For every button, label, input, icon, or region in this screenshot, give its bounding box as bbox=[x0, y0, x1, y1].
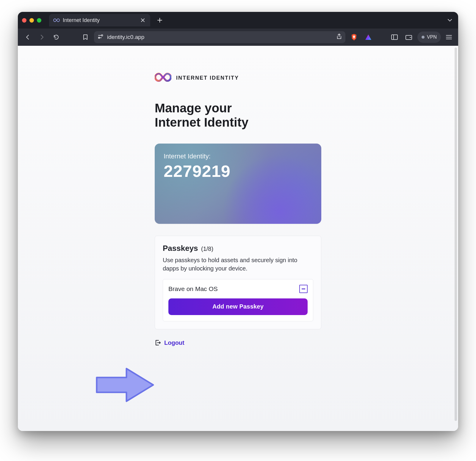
address-bar-host: identity.ic0.app bbox=[107, 34, 333, 40]
forward-button[interactable] bbox=[36, 32, 48, 43]
close-window-button[interactable] bbox=[22, 18, 26, 23]
brand-header: INTERNET IDENTITY bbox=[155, 73, 321, 83]
site-settings-icon[interactable] bbox=[98, 34, 104, 40]
tab-title: Internet Identity bbox=[63, 17, 137, 23]
logout-link[interactable]: Logout bbox=[155, 339, 321, 346]
macos-window-controls bbox=[22, 18, 41, 23]
brave-rewards-icon[interactable] bbox=[363, 32, 374, 43]
brave-shields-icon[interactable] bbox=[348, 32, 360, 43]
page-viewport: INTERNET IDENTITY Manage your Internet I… bbox=[18, 46, 458, 431]
brand-text: INTERNET IDENTITY bbox=[176, 75, 239, 81]
passkeys-panel: Passkeys (1/8) Use passkeys to hold asse… bbox=[155, 236, 321, 329]
svg-point-0 bbox=[101, 35, 103, 36]
passkeys-list: Brave on Mac OS Add new Passkey bbox=[163, 279, 313, 321]
passkey-options-button[interactable] bbox=[299, 285, 308, 293]
sidebar-toggle-icon[interactable] bbox=[389, 32, 400, 43]
svg-rect-2 bbox=[392, 35, 397, 40]
kebab-dot-icon bbox=[304, 288, 305, 289]
reload-button[interactable] bbox=[51, 32, 62, 43]
tab-overflow-button[interactable] bbox=[446, 16, 454, 24]
minimize-window-button[interactable] bbox=[29, 18, 34, 23]
add-passkey-button[interactable]: Add new Passkey bbox=[168, 298, 308, 315]
new-tab-button[interactable] bbox=[155, 15, 165, 25]
share-icon[interactable] bbox=[336, 34, 342, 41]
passkeys-title: Passkeys bbox=[163, 244, 198, 253]
close-tab-button[interactable] bbox=[140, 17, 146, 23]
bookmark-button[interactable] bbox=[80, 32, 91, 43]
browser-toolbar: identity.ic0.app bbox=[18, 29, 458, 46]
identity-card: Internet Identity: 2279219 bbox=[155, 144, 321, 224]
logout-label: Logout bbox=[164, 339, 184, 346]
heading-line-1: Manage your bbox=[155, 101, 232, 115]
vpn-status-button[interactable]: VPN bbox=[417, 32, 441, 43]
address-bar[interactable]: identity.ic0.app bbox=[94, 31, 345, 43]
infinity-logo-icon bbox=[155, 73, 171, 83]
scrollbar[interactable] bbox=[455, 48, 457, 421]
page-content: INTERNET IDENTITY Manage your Internet I… bbox=[155, 73, 321, 346]
callout-arrow-icon bbox=[94, 366, 156, 405]
identity-card-label: Internet Identity: bbox=[164, 152, 312, 160]
vpn-status-dot-icon bbox=[422, 36, 425, 39]
passkeys-description: Use passkeys to hold assets and securely… bbox=[163, 256, 313, 273]
titlebar: Internet Identity bbox=[18, 12, 458, 29]
heading-line-2: Internet Identity bbox=[155, 115, 248, 129]
hamburger-menu-button[interactable] bbox=[444, 32, 454, 42]
passkeys-count: (1/8) bbox=[201, 246, 213, 252]
identity-number: 2279219 bbox=[164, 161, 312, 181]
browser-window: Internet Identity bbox=[18, 12, 458, 431]
add-passkey-label: Add new Passkey bbox=[212, 303, 264, 310]
browser-tab[interactable]: Internet Identity bbox=[49, 14, 150, 26]
passkey-item: Brave on Mac OS bbox=[168, 285, 308, 293]
passkey-name: Brave on Mac OS bbox=[168, 285, 218, 292]
vpn-label: VPN bbox=[427, 34, 437, 40]
logout-icon bbox=[155, 339, 161, 346]
infinity-icon bbox=[53, 18, 60, 22]
maximize-window-button[interactable] bbox=[37, 18, 41, 23]
back-button[interactable] bbox=[22, 32, 33, 43]
page-title: Manage your Internet Identity bbox=[155, 101, 321, 130]
wallet-icon[interactable] bbox=[403, 32, 414, 43]
